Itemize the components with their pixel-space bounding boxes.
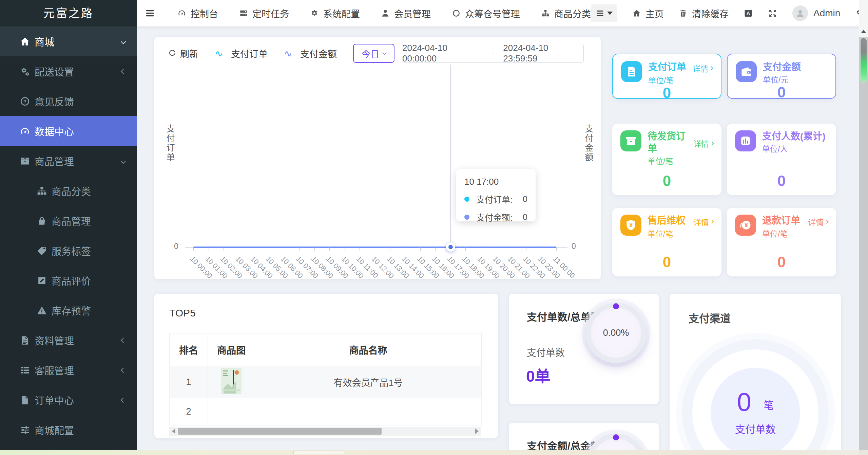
x-tick	[193, 248, 194, 251]
gears-icon	[20, 66, 35, 77]
tooltip-row: 支付金额:0	[464, 211, 527, 223]
sidebar: 元富之路 商城配送设置?意见反馈数据中心商品管理商品分类商品管理服务标签商品评价…	[0, 0, 137, 450]
rank-cell: 1	[170, 366, 208, 398]
nav-clear-cache[interactable]: 清除缓存	[679, 7, 729, 20]
stat-card-value: 0	[736, 85, 827, 99]
stat-card-unit: 单位/笔	[648, 76, 674, 85]
y-axis-right-name: 支付金额	[582, 124, 595, 162]
series-dot	[464, 215, 469, 220]
chart-legend: 支付订单支付金额	[213, 47, 337, 60]
nav-item-console[interactable]: 控制台	[177, 7, 218, 20]
detail-link[interactable]: 详情	[693, 215, 713, 228]
navbar-right: 主页 清除缓存 A Admin	[591, 4, 865, 22]
pay-count-value: 0单	[526, 364, 551, 386]
sidebar-item-customer-service[interactable]: 客服管理	[0, 355, 137, 385]
bars-icon	[596, 9, 604, 18]
vscrollbar-thumb[interactable]	[861, 38, 867, 82]
scroll-up-icon[interactable]	[861, 30, 866, 33]
sidebar-item-product-category[interactable]: 商品分类	[0, 176, 137, 206]
sidebar-item-feedback[interactable]: ?意见反馈	[0, 86, 137, 116]
detail-link[interactable]: 详情	[693, 61, 713, 74]
stat-card-value: 0	[621, 86, 713, 99]
vertical-scrollbar[interactable]	[859, 0, 868, 450]
date-start: 2024-04-10 00:00:00	[402, 43, 483, 64]
channel-label: 支付单数	[735, 421, 776, 436]
table-scrollbar[interactable]	[169, 427, 481, 436]
nav-item-scheduled-tasks[interactable]: 定时任务	[239, 7, 289, 20]
translate-icon[interactable]: A	[744, 8, 753, 18]
ring-gauge	[586, 434, 646, 450]
stat-card-value: 0	[735, 174, 828, 190]
legend-item[interactable]: 支付订单	[213, 47, 268, 60]
chevron-right-icon	[825, 220, 828, 223]
sidebar-item-label: 商品管理	[35, 154, 74, 168]
stat-card-value: 0	[735, 255, 828, 272]
refresh-label: 刷新	[180, 47, 198, 60]
scroll-right-icon[interactable]	[475, 429, 479, 434]
sidebar-item-order-center[interactable]: 订单中心	[0, 385, 137, 415]
sidebar-item-product-list[interactable]: 商品管理	[0, 206, 137, 236]
sidebar-item-label: 商城	[35, 34, 54, 49]
chevron-left-icon	[121, 69, 126, 74]
hscrollbar-thumb[interactable]	[293, 451, 344, 454]
sidebar-item-material-management[interactable]: 资料管理	[0, 325, 137, 355]
stat-card-after-sales: ¥售后维权详情单位/笔0	[612, 208, 721, 276]
nav-item-label: 众筹仓号管理	[465, 7, 520, 20]
date-end: 2024-04-10 23:59:59	[503, 43, 583, 64]
nav-item-member-management[interactable]: 会员管理	[381, 7, 431, 20]
x-tick	[465, 248, 466, 251]
sidebar-item-stock-alert[interactable]: 库存预警	[0, 295, 137, 325]
sidebar-item-mall[interactable]: 商城	[0, 26, 137, 56]
wave-icon	[282, 49, 296, 58]
stat-card-title: 退款订单	[762, 215, 800, 228]
sidebar-item-label: 数据中心	[35, 124, 74, 138]
x-tick	[556, 248, 557, 251]
stat-card-pending-shipment: 待发货订单详情单位/笔0	[612, 124, 721, 195]
fullscreen-icon[interactable]	[768, 8, 777, 18]
nav-item-system-config[interactable]: 系统配置	[310, 7, 360, 20]
sidebar-item-service-tags[interactable]: 服务标签	[0, 236, 137, 266]
horizontal-scrollbar[interactable]	[0, 450, 868, 455]
sidebar-item-product-management[interactable]: 商品管理	[0, 146, 137, 176]
sidebar-toggle-icon[interactable]	[145, 8, 155, 18]
gauge-icon	[20, 126, 35, 136]
refresh-icon	[168, 49, 176, 58]
nav-home[interactable]: 主页	[632, 7, 664, 20]
y-zero-right: 0	[572, 242, 576, 251]
nav-clear-cache-label: 清除缓存	[692, 7, 729, 20]
scroll-left-icon[interactable]	[172, 429, 175, 434]
stat-card-title: 售后维权	[648, 215, 686, 228]
date-range-input[interactable]: 2024-04-10 00:00:00 - 2024-04-10 23:59:5…	[402, 44, 584, 63]
rank-cell: 2	[170, 398, 208, 425]
x-tick	[405, 248, 405, 251]
nav-home-label: 主页	[645, 7, 664, 20]
sidebar-item-label: 商品评价	[52, 273, 91, 288]
channel-value: 0	[737, 389, 751, 415]
x-tick	[481, 248, 481, 251]
sidebar-item-label: 订单中心	[35, 393, 74, 407]
sidebar-item-mall-config[interactable]: 商城配置	[0, 415, 137, 445]
x-tick	[284, 248, 284, 251]
nav-item-product-category[interactable]: 商品分类	[541, 7, 591, 20]
sidebar-item-delivery-settings[interactable]: 配送设置	[0, 56, 137, 86]
detail-link[interactable]: 详情	[693, 130, 713, 155]
nav-item-crowdfunding-management[interactable]: 众筹仓号管理	[452, 7, 520, 20]
sidebar-item-data-center[interactable]: 数据中心	[0, 116, 137, 146]
tooltip-series-value: 0	[523, 212, 527, 222]
refresh-button[interactable]: 刷新	[168, 47, 198, 60]
sidebar-item-label: 配送设置	[35, 64, 74, 78]
menu-dropdown-button[interactable]	[591, 4, 617, 22]
detail-link[interactable]: 详情	[808, 215, 828, 228]
sidebar-item-product-reviews[interactable]: 商品评价	[0, 266, 137, 295]
user-menu[interactable]: Admin	[792, 5, 840, 21]
scrollbar-thumb[interactable]	[178, 428, 382, 435]
legend-item[interactable]: 支付金额	[282, 47, 337, 60]
stat-card-unit: 单位/笔	[762, 230, 788, 238]
stat-card-title: 支付金额	[763, 61, 801, 73]
range-select-button[interactable]: 今日	[353, 44, 394, 63]
sidebar-item-label: 资料管理	[35, 333, 74, 347]
x-tick	[314, 248, 315, 251]
chart-header: 刷新 支付订单支付金额 今日 2024-04-10 00:00:00 - 202…	[168, 43, 587, 63]
date-separator: -	[491, 48, 495, 59]
gear-icon	[310, 9, 319, 18]
